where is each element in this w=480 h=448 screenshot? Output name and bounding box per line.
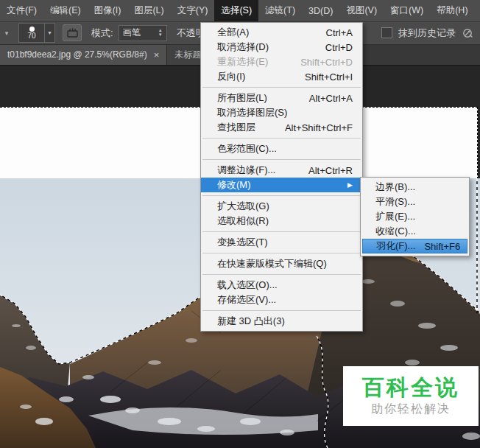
tool-preset-dropdown-icon[interactable]: ▾	[0, 29, 13, 37]
menubar-item-view[interactable]: 视图(V)	[339, 0, 384, 21]
brush-tip-icon	[29, 27, 35, 32]
menu-item-quick-mask[interactable]: 在快速蒙版模式下编辑(Q)	[201, 256, 362, 271]
menu-separator	[202, 253, 361, 253]
submenu-item-expand[interactable]: 扩展(E)...	[361, 209, 469, 224]
submenu-item-contract[interactable]: 收缩(C)...	[361, 224, 469, 239]
submenu-item-smooth[interactable]: 平滑(S)...	[361, 195, 469, 209]
menu-item-deselect[interactable]: 取消选择(D) Ctrl+D	[201, 40, 362, 55]
erase-to-history-checkbox[interactable]	[381, 27, 392, 38]
menu-separator	[202, 274, 361, 275]
select-menu: 全部(A) Ctrl+A 取消选择(D) Ctrl+D 重新选择(E) Shif…	[200, 22, 363, 332]
watermark-badge: 百科全说 助你轻松解决	[343, 366, 479, 426]
brush-panel-icon	[67, 28, 78, 38]
submenu-arrow-icon: ▶	[347, 181, 353, 189]
brush-preset-picker[interactable]: 70	[18, 23, 44, 43]
menu-separator	[202, 310, 361, 311]
watermark-subtitle: 助你轻松解决	[371, 402, 451, 417]
menu-item-reselect: 重新选择(E) Shift+Ctrl+D	[201, 55, 362, 69]
menubar: 文件(F) 编辑(E) 图像(I) 图层(L) 文字(Y) 选择(S) 滤镜(T…	[0, 0, 480, 22]
menu-item-similar[interactable]: 选取相似(R)	[201, 214, 362, 228]
menubar-item-edit[interactable]: 编辑(E)	[43, 0, 88, 21]
menu-item-grow[interactable]: 扩大选取(G)	[201, 199, 362, 214]
menubar-item-type[interactable]: 文字(Y)	[171, 0, 215, 21]
mode-select[interactable]: 画笔 ▲▼	[119, 25, 167, 41]
menu-item-deselect-layers[interactable]: 取消选择图层(S)	[201, 105, 362, 120]
menu-item-color-range[interactable]: 色彩范围(C)...	[201, 141, 362, 156]
menu-separator	[202, 159, 361, 160]
watermark-title: 百科全说	[362, 375, 459, 399]
menu-item-transform-selection[interactable]: 变换选区(T)	[201, 235, 362, 250]
menubar-item-layer[interactable]: 图层(L)	[127, 0, 170, 21]
select-updown-icon: ▲▼	[158, 29, 163, 37]
menubar-item-3d[interactable]: 3D(D)	[302, 0, 339, 21]
mode-label: 模式:	[91, 27, 113, 40]
menu-separator	[202, 195, 361, 196]
menu-item-find-layers[interactable]: 查找图层 Alt+Shift+Ctrl+F	[201, 120, 362, 135]
erase-to-history-label: 抹到历史记录	[398, 27, 456, 40]
photoshop-window: 文件(F) 编辑(E) 图像(I) 图层(L) 文字(Y) 选择(S) 滤镜(T…	[0, 0, 480, 448]
mode-value: 画笔	[123, 27, 141, 39]
menubar-item-help[interactable]: 帮助(H)	[430, 0, 474, 21]
airbrush-icon[interactable]	[462, 27, 475, 39]
menu-separator	[202, 231, 361, 232]
menubar-item-image[interactable]: 图像(I)	[88, 0, 128, 21]
menu-item-all[interactable]: 全部(A) Ctrl+A	[201, 25, 362, 40]
menu-separator	[202, 138, 361, 139]
menu-item-refine-edge[interactable]: 调整边缘(F)... Alt+Ctrl+R	[201, 163, 362, 178]
menu-item-load-selection[interactable]: 载入选区(O)...	[201, 278, 362, 293]
menubar-item-select[interactable]: 选择(S)	[214, 0, 258, 21]
brush-picker-arrow-icon[interactable]: ▾	[44, 23, 55, 43]
submenu-item-feather[interactable]: 羽化(F)... Shift+F6	[362, 239, 467, 253]
menu-item-inverse[interactable]: 反向(I) Shift+Ctrl+I	[201, 69, 362, 84]
menu-item-modify[interactable]: 修改(M) ▶	[201, 178, 362, 192]
menubar-item-filter[interactable]: 滤镜(T)	[258, 0, 302, 21]
brush-size-value: 70	[27, 32, 35, 40]
modify-submenu: 边界(B)... 平滑(S)... 扩展(E)... 收缩(C)... 羽化(F…	[360, 177, 470, 256]
tab-close-icon[interactable]: ×	[154, 50, 160, 60]
submenu-item-border[interactable]: 边界(B)...	[361, 180, 469, 195]
menu-separator	[202, 87, 361, 88]
brush-panel-toggle-button[interactable]	[63, 24, 82, 41]
menu-item-new-3d-extrusion[interactable]: 新建 3D 凸出(3)	[201, 314, 362, 329]
menu-item-save-selection[interactable]: 存储选区(V)...	[201, 293, 362, 307]
menubar-item-file[interactable]: 文件(F)	[0, 0, 43, 21]
document-tab-active[interactable]: t01bf9deea2.jpg @ 27.5%(RGB/8#) ×	[0, 44, 167, 65]
menubar-item-window[interactable]: 窗口(W)	[384, 0, 430, 21]
menu-item-all-layers[interactable]: 所有图层(L) Alt+Ctrl+A	[201, 91, 362, 105]
document-tab-title: t01bf9deea2.jpg @ 27.5%(RGB/8#)	[7, 49, 147, 60]
